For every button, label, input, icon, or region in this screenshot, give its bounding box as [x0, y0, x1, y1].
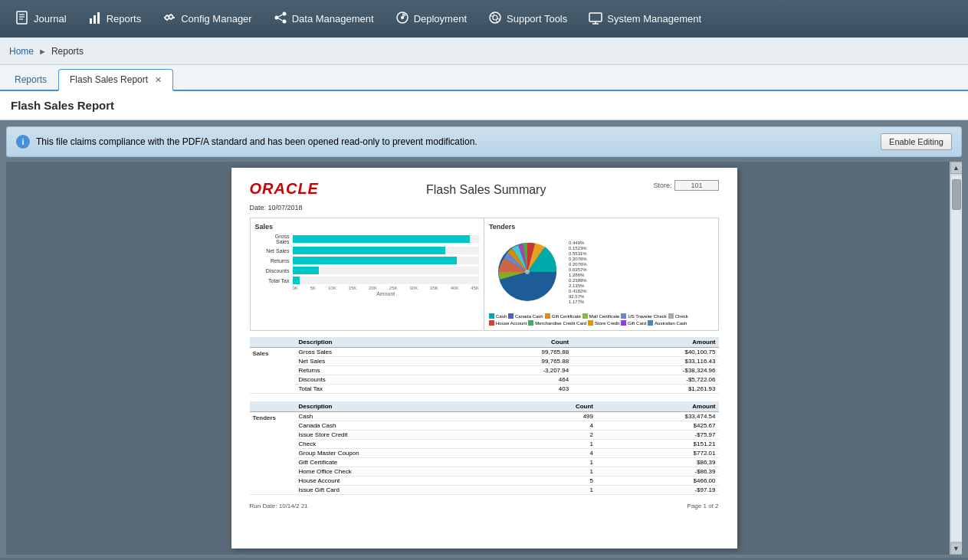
tenders-desc-cash: Cash: [296, 412, 517, 421]
breadcrumb-bar: Home ► Reports: [0, 38, 968, 65]
tenders-section-label: Tenders: [250, 412, 296, 495]
sales-col-count: Count: [446, 337, 572, 348]
nav-system-label: System Management: [607, 13, 701, 25]
tenders-count-store-credit: 2: [517, 431, 596, 440]
legend-canada-cash: Canada Cash: [508, 313, 543, 319]
tenders-amount-house-acct: $466.00: [596, 476, 718, 486]
tab-flash-sales[interactable]: Flash Sales Report ✕: [58, 69, 173, 91]
sales-amount-discounts: -$5,722.06: [572, 375, 718, 385]
pie-labels: 0.449% 0.1523% 0.5531% 0.2076% 0.2076% 0…: [569, 234, 587, 310]
nav-support[interactable]: Support Tools: [479, 6, 576, 31]
legend-gift-card: Gift Card: [621, 320, 646, 326]
bar-label-discounts: Discounts: [255, 268, 290, 273]
pdf-document: ORACLE Flash Sales Summary Store: 101 Da…: [231, 168, 737, 549]
tab-reports[interactable]: Reports: [3, 69, 58, 90]
tenders-amount-gift-card: -$97.19: [596, 486, 718, 495]
svg-line-21: [491, 16, 494, 17]
tenders-desc-check: Check: [296, 440, 517, 449]
bar-track-gross: [293, 235, 480, 243]
oracle-logo: ORACLE: [250, 180, 319, 198]
sales-count-gross: 99,765.88: [446, 348, 572, 357]
tenders-amount-store-credit: -$75.97: [596, 431, 718, 440]
nav-data-label: Data Management: [292, 13, 374, 25]
bar-label-gross: GrossSales: [255, 234, 290, 244]
tenders-row-canada-cash: Canada Cash 4 $425.67: [250, 421, 719, 431]
svg-line-23: [494, 13, 494, 16]
nav-system[interactable]: System Management: [579, 6, 710, 31]
bar-label-returns: Returns: [255, 258, 290, 264]
tenders-amount-group-master: $772.01: [596, 449, 718, 458]
pdf-wrapper: ▲ ▼ ORACLE Flash Sales Summary Store: 10…: [6, 162, 962, 555]
sales-section-label: Sales: [250, 348, 296, 394]
legend-house-acct: House Account: [489, 320, 527, 326]
content-area: i This file claims compliance with the P…: [0, 120, 968, 558]
breadcrumb-home[interactable]: Home: [9, 46, 34, 57]
bar-row-returns: Returns: [255, 257, 480, 264]
bar-axis: 0K 5K 10K 15K 20K 25K 30K 35K 40K 45K: [255, 286, 480, 290]
legend-us-traveler: US Traveler Check: [621, 313, 666, 319]
tab-flash-sales-label: Flash Sales Report: [70, 74, 148, 85]
svg-line-16: [278, 18, 282, 21]
svg-rect-25: [589, 13, 602, 21]
data-icon: [274, 11, 287, 27]
nav-data[interactable]: Data Management: [264, 6, 383, 31]
nav-config[interactable]: Config Manager: [153, 6, 261, 31]
tenders-amount-check: $151.21: [596, 440, 718, 449]
sales-chart-title: Sales: [255, 223, 480, 231]
bar-label-net: Net Sales: [255, 248, 290, 254]
scroll-up-button[interactable]: ▲: [950, 162, 963, 174]
bar-row-tax: Total Tax: [255, 277, 480, 284]
bar-row-net: Net Sales: [255, 247, 480, 254]
tenders-desc-group-master: Group Master Coupon: [296, 449, 517, 458]
sales-desc-tax: Total Tax: [296, 385, 446, 394]
tenders-amount-gift-cert: $86.39: [596, 458, 718, 467]
legend-merch-credit: Merchandise Credit Card: [528, 320, 586, 326]
tenders-desc-canada-cash: Canada Cash: [296, 421, 517, 431]
reports-icon: [88, 11, 102, 27]
tenders-row-house-acct: House Account 5 $466.00: [250, 476, 719, 486]
scroll-down-button[interactable]: ▼: [950, 542, 963, 555]
nav-deployment[interactable]: Deployment: [386, 6, 476, 31]
pdf-footer: Run Date: 10/14/2 21 Page 1 of 2: [250, 503, 719, 509]
tab-close-icon[interactable]: ✕: [155, 75, 162, 84]
store-value: 101: [674, 180, 718, 191]
sales-amount-net: $33,116.43: [572, 357, 718, 366]
sales-row-net: Net Sales 99,765.88 $33,116.43: [250, 357, 719, 366]
store-info: Store: 101: [653, 180, 718, 191]
scroll-thumb[interactable]: [952, 179, 961, 210]
nav-reports-label: Reports: [107, 13, 142, 25]
tenders-row-gift-cert: Gift Certificate 1 $86.39: [250, 458, 719, 467]
bar-fill-returns: [293, 257, 457, 264]
sales-desc-gross: Gross Sales: [296, 348, 446, 357]
enable-editing-button[interactable]: Enable Editing: [881, 133, 952, 150]
sales-col-section: [250, 337, 296, 348]
bar-fill-tax: [293, 277, 300, 284]
tenders-amount-cash: $33,474.54: [596, 412, 718, 421]
bar-track-net: [293, 247, 480, 254]
tenders-desc-house-acct: House Account: [296, 476, 517, 486]
sales-count-net: 99,765.88: [446, 357, 572, 366]
tenders-row-group-master: Group Master Coupon 4 $772.01: [250, 449, 719, 458]
tenders-row-home-office: Home Office Check 1 -$86.39: [250, 467, 719, 476]
scroll-track: [951, 175, 962, 541]
svg-point-20: [493, 15, 497, 20]
bar-fill-gross: [293, 235, 470, 243]
scrollbar-right: ▲ ▼: [950, 162, 962, 555]
nav-journal-label: Journal: [34, 13, 67, 25]
nav-reports[interactable]: Reports: [79, 6, 151, 31]
pdf-report-title: Flash Sales Summary: [319, 183, 654, 197]
pdf-page: Page 1 of 2: [687, 503, 719, 509]
svg-rect-6: [97, 12, 100, 24]
bar-row-discounts: Discounts: [255, 267, 480, 274]
bar-label-tax: Total Tax: [255, 278, 290, 283]
breadcrumb-sep: ►: [38, 47, 47, 56]
pie-area: 0.449% 0.1523% 0.5531% 0.2076% 0.2076% 0…: [489, 234, 714, 310]
system-icon: [589, 11, 602, 27]
nav-journal[interactable]: Journal: [6, 6, 76, 31]
legend-check: Check: [668, 313, 688, 319]
sales-amount-gross: $40,100.75: [572, 348, 718, 357]
journal-icon: [15, 11, 29, 27]
tenders-count-gift-cert: 1: [517, 458, 596, 467]
svg-rect-5: [94, 15, 96, 24]
tenders-col-section: [250, 401, 296, 412]
